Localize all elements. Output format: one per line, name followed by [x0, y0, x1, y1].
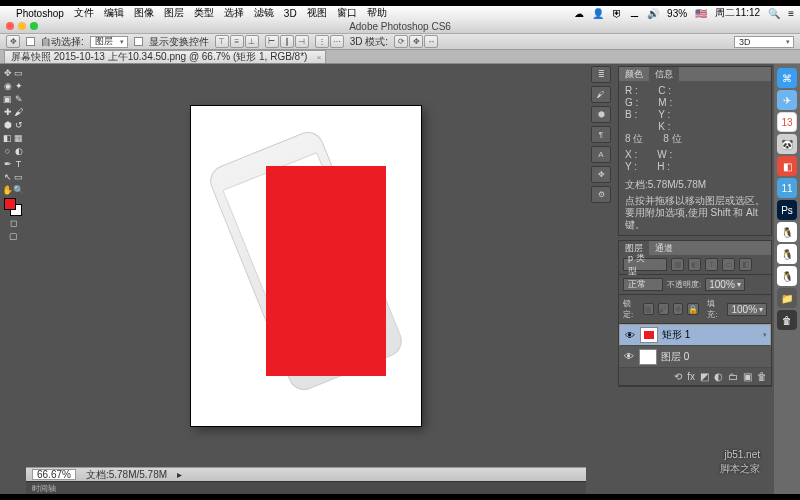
shape-tool[interactable]: ▭ [13, 170, 24, 183]
crop-tool[interactable]: ▣ [2, 92, 13, 105]
timeline-panel[interactable]: 时间轴 [26, 481, 586, 494]
character-panel-icon[interactable]: A [591, 146, 611, 163]
dock-app-icon[interactable]: 11 [777, 178, 797, 198]
info-panel-tab[interactable]: 信息 [649, 67, 679, 81]
menu-3d[interactable]: 3D [284, 8, 297, 19]
filter-adjust-icon[interactable]: ◐ [688, 258, 701, 271]
orbit-3d-button[interactable]: ⟳ [394, 35, 408, 48]
menu-layer[interactable]: 图层 [164, 6, 184, 20]
status-cloud-icon[interactable]: ☁ [574, 8, 584, 19]
group-button[interactable]: 🗀 [728, 371, 738, 382]
status-battery[interactable]: 93% [667, 8, 687, 19]
properties-panel-icon[interactable]: ⚙ [591, 186, 611, 203]
history-panel-icon[interactable]: ≣ [591, 66, 611, 83]
link-layers-button[interactable]: ⟲ [674, 371, 682, 382]
status-chevron-icon[interactable]: ▸ [177, 469, 182, 480]
show-transform-checkbox[interactable] [134, 37, 143, 46]
dock-folder-icon[interactable]: 📁 [777, 288, 797, 308]
document-tab[interactable]: 屏幕快照 2015-10-13 上午10.34.50.png @ 66.7% (… [4, 50, 326, 63]
type-tool[interactable]: T [13, 157, 24, 170]
color-panel-tab[interactable]: 颜色 [619, 67, 649, 81]
eyedropper-tool[interactable]: ✎ [13, 92, 24, 105]
quickmask-toggle[interactable]: ◻ [8, 216, 19, 229]
layer-row[interactable]: 👁 图层 0 [619, 346, 771, 368]
dock-qq-icon[interactable]: 🐧 [777, 244, 797, 264]
align-top-button[interactable]: ⊤ [215, 35, 229, 48]
dock-qq-icon[interactable]: 🐧 [777, 222, 797, 242]
dock-app-icon[interactable]: 🐼 [777, 134, 797, 154]
screenmode-toggle[interactable]: ▢ [8, 229, 19, 242]
status-volume-icon[interactable]: 🔊 [647, 8, 659, 19]
filter-pixel-icon[interactable]: ▦ [671, 258, 684, 271]
wand-tool[interactable]: ✦ [13, 79, 24, 92]
align-hcenter-button[interactable]: ∥ [280, 35, 294, 48]
workspace-3d-dropdown[interactable]: 3D [734, 36, 794, 48]
close-window-button[interactable] [6, 22, 14, 30]
layer-mask-button[interactable]: ◩ [700, 371, 709, 382]
lock-transparency-button[interactable]: ▦ [643, 303, 654, 315]
menu-file[interactable]: 文件 [74, 6, 94, 20]
menu-photoshop[interactable]: Photoshop [16, 8, 64, 19]
minimize-window-button[interactable] [18, 22, 26, 30]
status-user-icon[interactable]: 👤 [592, 8, 604, 19]
menu-window[interactable]: 窗口 [337, 6, 357, 20]
new-layer-button[interactable]: ▣ [743, 371, 752, 382]
paragraph-panel-icon[interactable]: ¶ [591, 126, 611, 143]
color-swatches[interactable] [4, 198, 22, 216]
adjustment-layer-button[interactable]: ◐ [714, 371, 723, 382]
align-left-button[interactable]: ⊢ [265, 35, 279, 48]
zoom-level-field[interactable]: 66.67% [32, 469, 76, 480]
layer-thumb[interactable] [640, 327, 658, 343]
lock-position-button[interactable]: ✥ [673, 303, 684, 315]
distribute-v-button[interactable]: ⋯ [330, 35, 344, 48]
brush-tool[interactable]: 🖌 [13, 105, 24, 118]
dodge-tool[interactable]: ◐ [13, 144, 24, 157]
auto-select-checkbox[interactable] [26, 37, 35, 46]
red-rectangle-shape[interactable] [266, 166, 386, 376]
canvas-area[interactable] [26, 64, 586, 467]
visibility-toggle[interactable]: 👁 [623, 351, 635, 362]
slide-3d-button[interactable]: ↔ [424, 35, 438, 48]
menu-view[interactable]: 视图 [307, 6, 327, 20]
status-clock[interactable]: 周二11:12 [715, 6, 760, 20]
layer-filter-dropdown[interactable]: p 类型 [623, 258, 667, 271]
distribute-h-button[interactable]: ⋮ [315, 35, 329, 48]
move-tool[interactable]: ✥ [2, 66, 13, 79]
zoom-tool[interactable]: 🔍 [13, 183, 24, 196]
filter-type-icon[interactable]: T [705, 258, 718, 271]
status-input-flag[interactable]: 🇺🇸 [695, 8, 707, 19]
menu-type[interactable]: 类型 [194, 6, 214, 20]
dock-app-icon[interactable]: ✈ [777, 90, 797, 110]
filter-smart-icon[interactable]: ◧ [739, 258, 752, 271]
dock-calendar-icon[interactable]: 13 [777, 112, 797, 132]
auto-select-target-dropdown[interactable]: 图层 [90, 36, 128, 48]
status-shield-icon[interactable]: ⛨ [612, 8, 622, 19]
blend-mode-dropdown[interactable]: 正常 [623, 278, 663, 291]
navigator-panel-icon[interactable]: ✥ [591, 166, 611, 183]
opacity-field[interactable]: 100%▾ [705, 278, 745, 291]
hand-tool[interactable]: ✋ [2, 183, 13, 196]
layer-row[interactable]: 👁 矩形 1 [619, 324, 771, 346]
visibility-toggle[interactable]: 👁 [624, 330, 636, 341]
doc-size-readout[interactable]: 文档:5.78M/5.78M [86, 468, 167, 482]
dock-app-icon[interactable]: ◧ [777, 156, 797, 176]
dock-photoshop-icon[interactable]: Ps [777, 200, 797, 220]
heal-tool[interactable]: ✚ [2, 105, 13, 118]
fill-field[interactable]: 100%▾ [727, 303, 767, 316]
stamp-tool[interactable]: ⬢ [2, 118, 13, 131]
path-tool[interactable]: ↖ [2, 170, 13, 183]
menu-help[interactable]: 帮助 [367, 6, 387, 20]
align-vcenter-button[interactable]: ≡ [230, 35, 244, 48]
spotlight-icon[interactable]: 🔍 [768, 8, 780, 19]
pen-tool[interactable]: ✒ [2, 157, 13, 170]
delete-layer-button[interactable]: 🗑 [757, 371, 767, 382]
status-wifi-icon[interactable]: ⚊ [630, 8, 639, 19]
align-bottom-button[interactable]: ⊥ [245, 35, 259, 48]
layer-name[interactable]: 矩形 1 [662, 328, 690, 342]
dock-qq-icon[interactable]: 🐧 [777, 266, 797, 286]
menu-image[interactable]: 图像 [134, 6, 154, 20]
marquee-tool[interactable]: ▭ [13, 66, 24, 79]
channels-panel-tab[interactable]: 通道 [649, 241, 679, 255]
eraser-tool[interactable]: ◧ [2, 131, 13, 144]
blur-tool[interactable]: ○ [2, 144, 13, 157]
